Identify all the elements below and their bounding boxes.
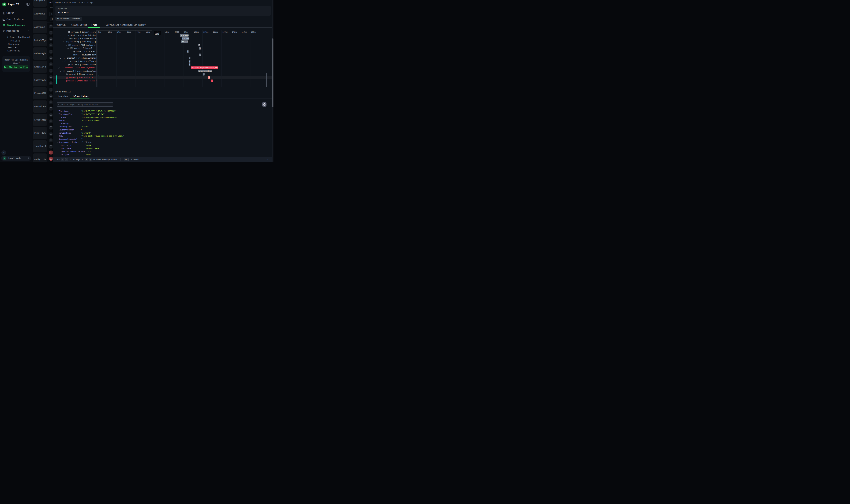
sidebar-item-client-sessions[interactable]: Client Sessions	[0, 23, 32, 28]
map-pin-icon[interactable]	[49, 69, 53, 73]
trace-span-row[interactable]: payment | Error: Visa cache ful…	[53, 79, 96, 83]
tab-surrounding-context[interactable]: Surrounding Context	[106, 24, 129, 26]
map-pin-icon[interactable]	[49, 138, 53, 142]
span-duration-bar[interactable]: oteldemo.	[180, 34, 188, 37]
property-row[interactable]: ResourceAttributes{} 20 keys	[59, 141, 270, 144]
map-pin-icon[interactable]	[49, 88, 53, 92]
trace-span-row[interactable]: (1)checkout | oteldemo.ShippingSe…	[53, 34, 96, 37]
property-row[interactable]: host.name"3fbc80775a5e"	[61, 147, 270, 150]
session-card[interactable]: Ernesto33@	[33, 114, 47, 126]
event-tab-overview[interactable]: Overview	[58, 95, 68, 98]
session-card[interactable]: Anonymous	[33, 8, 47, 20]
local-mode-button[interactable]: U Local mode	[1, 156, 31, 161]
map-pin-icon[interactable]	[49, 94, 53, 98]
map-pin-icon[interactable]	[49, 56, 53, 60]
session-card[interactable]: Roderick_S	[33, 61, 47, 73]
create-dashboard-button[interactable]: + Create Dashboard	[7, 36, 30, 38]
caret-down-icon[interactable]	[57, 142, 58, 143]
session-card[interactable]: Deion37@gm	[33, 34, 47, 47]
property-row[interactable]: ServiceName"payment"	[59, 131, 270, 134]
span-duration-bar[interactable]: E	[211, 79, 213, 82]
span-duration-bar[interactable]	[177, 31, 179, 33]
chevron-down-icon[interactable]	[63, 41, 65, 42]
trace-span-row[interactable]: quote | calculate-quote	[53, 53, 96, 56]
map-pin-icon[interactable]	[49, 132, 53, 136]
session-search-input[interactable]: Sea	[50, 12, 53, 16]
span-duration-bar[interactable]: oteldemo.PaymentService/Char	[191, 67, 218, 69]
chevron-down-icon[interactable]	[58, 67, 59, 69]
span-duration-bar[interactable]: POST ht	[181, 40, 188, 43]
map-pin-icon[interactable]	[49, 113, 53, 117]
property-row[interactable]: TimestampTime"2025-05-15T12:40:14Z"	[59, 113, 270, 116]
trace-span-row[interactable]: payment | Charge request rec…	[53, 73, 96, 76]
sidebar-item-clickhouse[interactable]: Clickhouse	[7, 43, 20, 46]
span-duration-bar[interactable]: c	[199, 54, 201, 56]
property-row[interactable]: Body"Visa cache full: cannot add new ite…	[59, 134, 270, 138]
property-row[interactable]: hyperdx.distro.version"0.8.1"	[61, 150, 270, 153]
property-search-input[interactable]	[61, 103, 112, 106]
tab-overview[interactable]: Overview	[56, 24, 66, 26]
trace-span-row[interactable]: (1)checkout | oteldemo.PaymentServi…	[53, 66, 96, 69]
map-pin-icon[interactable]	[49, 24, 53, 29]
sidebar-item-chart-explorer[interactable]: Chart Explorer	[0, 17, 32, 22]
property-row[interactable]: Timestamp"2025-05-15T12:40:14.511000000Z…	[59, 109, 270, 113]
trace-span-row[interactable]: (2)quote | {closure}	[53, 47, 96, 50]
span-duration-bar[interactable]: oteldemo	[182, 37, 189, 40]
tab-column-values[interactable]: Column Values	[71, 24, 87, 26]
property-row[interactable]: SeverityText"error"	[59, 125, 270, 128]
sidebar-item-services[interactable]: Services	[7, 46, 18, 49]
map-pin-icon[interactable]	[49, 119, 53, 123]
property-row[interactable]: ResourceSchemaUrl""	[59, 138, 270, 141]
property-row[interactable]: host.arch"arm64"	[61, 144, 270, 147]
map-pin-icon[interactable]	[49, 50, 53, 54]
property-row[interactable]: TraceId"957362828baa84dc02d95a4e6e99ca4f…	[59, 116, 270, 119]
session-card[interactable]: Walton9@ho	[33, 48, 47, 60]
property-row[interactable]: SpanId"021fcfc15c1e9528"	[59, 119, 270, 122]
span-duration-bar[interactable]: C	[187, 50, 188, 53]
span-duration-bar[interactable]: C	[203, 73, 204, 75]
span-duration-bar[interactable]: V	[208, 76, 210, 79]
span-duration-bar[interactable]: {	[199, 47, 201, 50]
session-card[interactable]: Pearl43@ho	[33, 127, 47, 139]
sidebar-collapse-icon[interactable]	[26, 3, 30, 5]
trace-span-row[interactable]: (1)currency | Currency/Convert	[53, 60, 96, 63]
chevron-down-icon[interactable]	[61, 60, 63, 62]
session-card[interactable]: Howard.Run	[33, 101, 47, 113]
settings-button[interactable]	[262, 102, 267, 107]
event-tab-column-values[interactable]: Column Values	[73, 95, 89, 98]
trace-span-row[interactable]: currency | Convert convers…	[53, 63, 96, 66]
map-pin-icon[interactable]	[49, 75, 53, 79]
span-duration-bar[interactable]: C	[189, 60, 191, 62]
span-duration-bar[interactable]: C	[189, 63, 191, 66]
trace-span-row[interactable]: (1)shipping | POST http://quo…	[53, 40, 96, 43]
close-icon[interactable]: ✕	[267, 158, 269, 161]
chevron-down-icon[interactable]	[60, 57, 61, 59]
session-card[interactable]: Anonymous	[33, 21, 47, 33]
help-button[interactable]: ?	[1, 150, 6, 155]
tab-trace[interactable]: Trace	[91, 24, 97, 26]
service-name-chip[interactable]: ServiceName: frontend	[55, 17, 82, 21]
property-row[interactable]: SeverityNumber0	[59, 128, 270, 131]
session-card[interactable]: Kieran92@h	[33, 87, 47, 100]
trace-span-row[interactable]: currency | Convert convers…	[53, 30, 96, 34]
trace-span-row[interactable]: (3)payment | grpc.oteldemo.Paymen…	[53, 69, 96, 73]
chevron-down-icon[interactable]	[60, 34, 61, 36]
session-card[interactable]: Shaniya.Sc	[33, 74, 47, 86]
swap-event-icon[interactable]	[49, 150, 53, 155]
map-pin-icon[interactable]	[49, 100, 53, 104]
drawer-scrollbar[interactable]	[272, 38, 273, 107]
session-filter-chip[interactable]: H	[50, 17, 53, 21]
presets-section-label[interactable]: PRESETS	[8, 40, 21, 42]
map-pin-icon[interactable]	[49, 37, 53, 41]
chevron-down-icon[interactable]	[60, 70, 61, 72]
sidebar-item-search[interactable]: Search	[0, 11, 32, 15]
property-row[interactable]: os.type"linux"	[61, 153, 270, 156]
span-duration-bar[interactable]: o	[189, 57, 191, 59]
get-started-button[interactable]: Get Started for Free	[4, 65, 29, 69]
trace-span-row[interactable]: (1)shipping | oteldemo.Shipping…	[53, 37, 96, 40]
terminal-event-icon[interactable]	[49, 157, 53, 161]
session-card[interactable]: Dolly.Lubo	[33, 154, 47, 162]
sidebar-item-kubernetes[interactable]: Kubernetes	[7, 50, 20, 52]
span-duration-bar[interactable]: P	[198, 44, 200, 47]
trace-span-row[interactable]: (1)checkout | oteldemo.CurrencySe…	[53, 56, 96, 60]
